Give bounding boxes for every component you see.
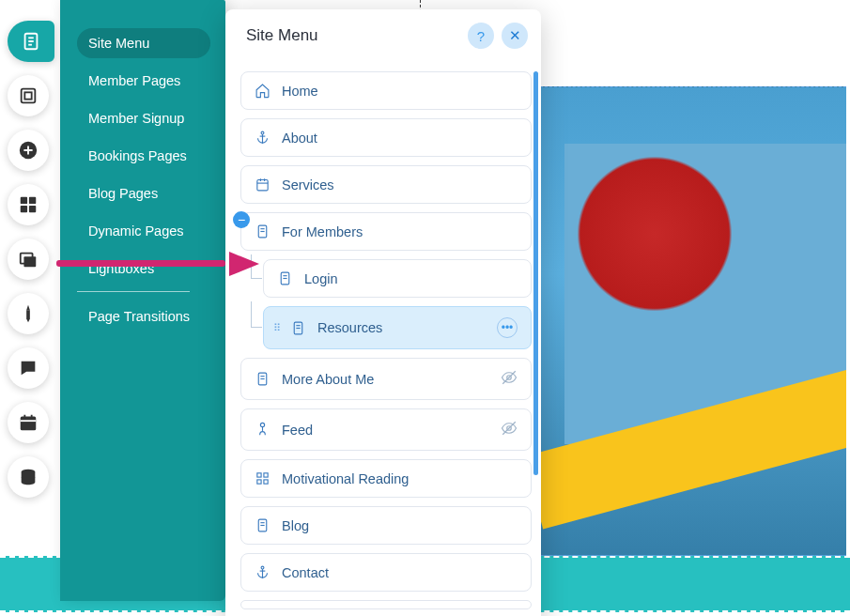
page-for-members[interactable]: For Members <box>240 212 532 251</box>
flyout-member-signup[interactable]: Member Signup <box>77 103 210 133</box>
annotation-arrow <box>56 255 259 272</box>
feed-icon <box>255 422 270 438</box>
page-feed[interactable]: Feed <box>240 408 532 451</box>
page-contact[interactable]: Contact <box>240 553 532 592</box>
svg-point-39 <box>260 423 264 426</box>
apps-tool-icon[interactable] <box>8 184 49 225</box>
scrollbar[interactable] <box>533 71 538 475</box>
page-icon <box>290 320 306 336</box>
page-resources[interactable]: ⠿ Resources ••• <box>263 306 532 349</box>
background-tool-icon[interactable] <box>8 75 49 116</box>
svg-rect-12 <box>23 256 36 267</box>
page-more-about-me[interactable]: More About Me <box>240 358 532 400</box>
page-label: More About Me <box>282 372 374 387</box>
hidden-icon[interactable] <box>501 420 518 439</box>
flyout-member-pages[interactable]: Member Pages <box>77 66 210 96</box>
page-label: Contact <box>282 565 329 580</box>
svg-rect-4 <box>22 89 36 103</box>
site-menu-panel: Site Menu ? ✕ Home About Services For Me… <box>225 9 541 616</box>
page-icon <box>255 371 270 387</box>
close-icon[interactable]: ✕ <box>502 23 528 49</box>
collapse-toggle-icon[interactable]: − <box>233 211 250 228</box>
drag-handle-icon[interactable]: ⠿ <box>273 322 279 334</box>
page-blog[interactable]: Blog <box>240 506 532 545</box>
page-services[interactable]: Services <box>240 165 532 204</box>
anchor-icon <box>255 564 270 580</box>
svg-point-18 <box>261 131 264 134</box>
page-label: Resources <box>317 320 382 335</box>
page-icon <box>277 270 293 286</box>
grid-icon <box>255 470 270 486</box>
svg-rect-8 <box>29 197 36 204</box>
media-tool-icon[interactable] <box>8 239 49 280</box>
page-login[interactable]: Login <box>263 259 532 298</box>
svg-rect-5 <box>24 92 31 99</box>
svg-rect-43 <box>264 473 268 477</box>
page-label: Services <box>282 177 334 192</box>
panel-title: Site Menu <box>246 26 460 45</box>
svg-rect-44 <box>257 480 261 484</box>
svg-rect-13 <box>21 417 37 431</box>
page-home[interactable]: Home <box>240 71 532 110</box>
page-label: For Members <box>282 224 363 239</box>
add-tool-icon[interactable] <box>8 130 49 171</box>
blog-tool-icon[interactable] <box>8 293 49 334</box>
pages-tool-icon[interactable] <box>8 21 54 62</box>
page-label: Blog <box>282 518 309 533</box>
calendar-icon <box>255 177 270 192</box>
page-label: Home <box>282 84 318 99</box>
data-tool-icon[interactable] <box>8 456 49 498</box>
flyout-divider <box>77 291 190 292</box>
svg-rect-45 <box>264 480 268 484</box>
page-row-partial[interactable] <box>240 600 532 609</box>
left-toolbar <box>8 21 54 498</box>
flyout-dynamic-pages[interactable]: Dynamic Pages <box>77 216 210 246</box>
svg-point-49 <box>261 566 264 569</box>
flyout-page-transitions[interactable]: Page Transitions <box>77 301 210 331</box>
bookings-tool-icon[interactable] <box>8 402 49 443</box>
hero-image <box>535 86 846 556</box>
help-icon[interactable]: ? <box>468 23 494 49</box>
hidden-icon[interactable] <box>501 369 518 389</box>
flyout-bookings-pages[interactable]: Bookings Pages <box>77 141 210 171</box>
flyout-blog-pages[interactable]: Blog Pages <box>77 178 210 208</box>
page-label: Feed <box>282 423 313 438</box>
page-label: About <box>282 131 317 146</box>
flyout-site-menu[interactable]: Site Menu <box>77 28 210 58</box>
page-label: Motivational Reading <box>282 471 409 486</box>
svg-rect-42 <box>257 473 261 477</box>
svg-rect-9 <box>21 206 27 212</box>
more-icon[interactable]: ••• <box>497 317 518 338</box>
page-motivational[interactable]: Motivational Reading <box>240 459 532 498</box>
pages-flyout: Site Menu Member Pages Member Signup Boo… <box>60 0 225 601</box>
page-about[interactable]: About <box>240 118 532 157</box>
svg-rect-21 <box>257 180 268 191</box>
page-icon <box>255 223 270 239</box>
svg-rect-10 <box>29 206 36 212</box>
home-icon <box>255 83 270 99</box>
chat-tool-icon[interactable] <box>8 347 49 389</box>
page-icon <box>255 517 270 533</box>
anchor-icon <box>255 130 270 146</box>
page-label: Login <box>304 271 337 286</box>
svg-rect-7 <box>21 197 27 204</box>
